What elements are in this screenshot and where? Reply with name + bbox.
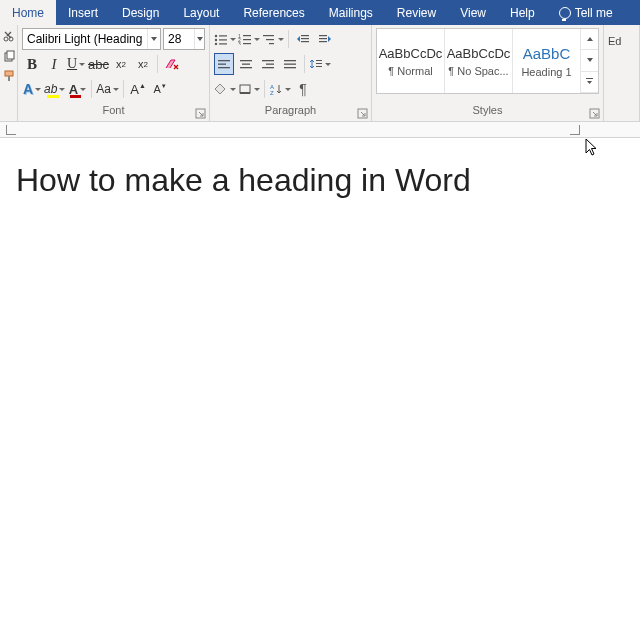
style-label: ¶ No Spac...: [448, 65, 508, 77]
svg-rect-26: [319, 38, 327, 39]
separator: [157, 55, 158, 73]
font-name-combo[interactable]: [22, 28, 161, 50]
align-center-button[interactable]: [236, 53, 256, 75]
show-hide-button[interactable]: ¶: [293, 78, 313, 100]
tab-insert[interactable]: Insert: [56, 0, 110, 25]
document-heading[interactable]: How to make a heading in Word: [16, 162, 624, 199]
svg-rect-25: [319, 35, 327, 36]
ruler[interactable]: [0, 122, 640, 138]
tab-review[interactable]: Review: [385, 0, 448, 25]
style-preview: AaBbCcDc: [379, 46, 443, 61]
style-label: Heading 1: [521, 66, 571, 78]
gallery-expand[interactable]: [581, 72, 598, 93]
copy-icon[interactable]: [2, 49, 16, 63]
svg-rect-3: [7, 51, 14, 59]
font-size-dropdown-icon[interactable]: [194, 29, 204, 49]
svg-rect-40: [316, 60, 322, 61]
svg-rect-20: [266, 39, 274, 40]
tab-references[interactable]: References: [231, 0, 316, 25]
font-group-label: Font: [18, 104, 209, 121]
svg-rect-29: [218, 64, 226, 65]
text-effects-button[interactable]: A: [22, 78, 42, 100]
paragraph-dialog-launcher[interactable]: [357, 108, 369, 120]
svg-rect-37: [284, 60, 296, 61]
grow-font-button[interactable]: A▲: [128, 78, 148, 100]
style-heading-1[interactable]: AaBbC Heading 1: [513, 29, 581, 93]
svg-point-7: [215, 35, 217, 37]
svg-text:3: 3: [238, 41, 241, 45]
shrink-font-button[interactable]: A▼: [150, 78, 170, 100]
font-size-input[interactable]: [164, 29, 194, 49]
ruler-right-indent-icon[interactable]: [570, 125, 580, 135]
justify-button[interactable]: [280, 53, 300, 75]
highlight-button[interactable]: ab: [44, 78, 65, 100]
svg-rect-35: [266, 64, 274, 65]
svg-rect-32: [242, 64, 250, 65]
font-name-input[interactable]: [23, 29, 147, 49]
separator: [91, 80, 92, 98]
font-name-dropdown-icon[interactable]: [147, 29, 160, 49]
clear-formatting-button[interactable]: [162, 53, 182, 75]
tab-help[interactable]: Help: [498, 0, 547, 25]
separator: [123, 80, 124, 98]
svg-rect-18: [243, 43, 251, 44]
svg-point-11: [215, 43, 217, 45]
format-painter-icon[interactable]: [2, 69, 16, 83]
svg-rect-31: [240, 60, 252, 61]
svg-rect-16: [243, 39, 251, 40]
sort-button[interactable]: AZ: [269, 78, 291, 100]
styles-group-label: Styles: [372, 104, 603, 121]
line-spacing-button[interactable]: [309, 53, 331, 75]
style-preview: AaBbCcDc: [447, 46, 511, 61]
bold-button[interactable]: B: [22, 53, 42, 75]
multilevel-list-button[interactable]: [262, 28, 284, 50]
tab-view[interactable]: View: [448, 0, 498, 25]
strikethrough-button[interactable]: abc: [88, 53, 109, 75]
svg-rect-39: [284, 67, 296, 68]
svg-rect-4: [5, 71, 13, 76]
separator: [304, 55, 305, 73]
lightbulb-icon: [559, 7, 571, 19]
superscript-button[interactable]: x2: [133, 53, 153, 75]
gallery-scroll-down[interactable]: [581, 50, 598, 71]
style-normal[interactable]: AaBbCcDc ¶ Normal: [377, 29, 445, 93]
align-left-button[interactable]: [214, 53, 234, 75]
bullets-button[interactable]: [214, 28, 236, 50]
decrease-indent-button[interactable]: [293, 28, 313, 50]
style-preview: AaBbC: [523, 45, 571, 62]
style-no-spacing[interactable]: AaBbCcDc ¶ No Spac...: [445, 29, 513, 93]
change-case-button[interactable]: Aa: [96, 78, 119, 100]
svg-point-0: [4, 37, 8, 41]
clipboard-group: [0, 25, 18, 121]
svg-rect-10: [219, 39, 227, 40]
tab-home[interactable]: Home: [0, 0, 56, 25]
style-label: ¶ Normal: [388, 65, 432, 77]
svg-rect-30: [218, 67, 230, 68]
borders-button[interactable]: [238, 78, 260, 100]
align-right-button[interactable]: [258, 53, 278, 75]
cut-icon[interactable]: [2, 29, 16, 43]
underline-button[interactable]: U: [66, 53, 86, 75]
svg-rect-8: [219, 35, 227, 36]
font-size-combo[interactable]: [163, 28, 205, 50]
font-color-button[interactable]: A: [67, 78, 87, 100]
subscript-button[interactable]: x2: [111, 53, 131, 75]
tell-me-search[interactable]: Tell me: [547, 0, 625, 25]
svg-rect-43: [240, 85, 250, 93]
italic-button[interactable]: I: [44, 53, 64, 75]
font-dialog-launcher[interactable]: [195, 108, 207, 120]
gallery-scroll-up[interactable]: [581, 29, 598, 50]
separator: [288, 30, 289, 48]
shading-button[interactable]: [214, 78, 236, 100]
styles-dialog-launcher[interactable]: [589, 108, 601, 120]
ruler-left-indent-icon[interactable]: [6, 125, 16, 135]
svg-rect-22: [301, 35, 309, 36]
document-area[interactable]: How to make a heading in Word: [0, 138, 640, 223]
paragraph-group-label: Paragraph: [210, 104, 371, 121]
tab-layout[interactable]: Layout: [171, 0, 231, 25]
increase-indent-button[interactable]: [315, 28, 335, 50]
tab-mailings[interactable]: Mailings: [317, 0, 385, 25]
svg-rect-36: [262, 67, 274, 68]
tab-design[interactable]: Design: [110, 0, 171, 25]
numbering-button[interactable]: 123: [238, 28, 260, 50]
